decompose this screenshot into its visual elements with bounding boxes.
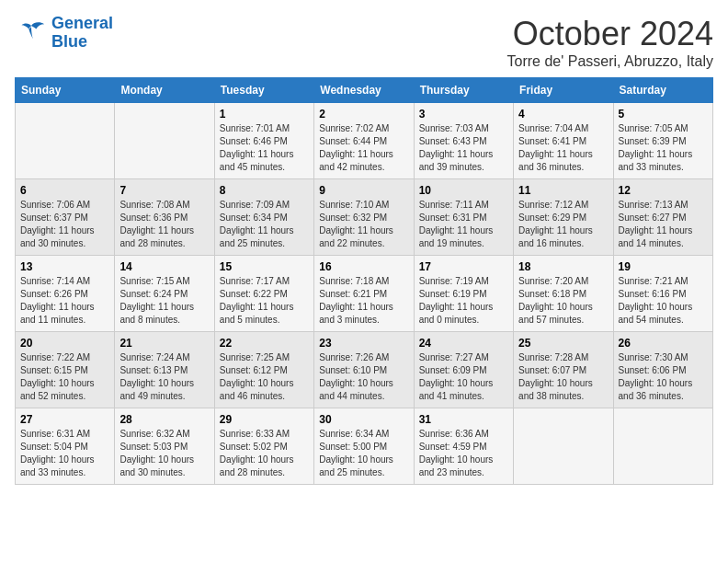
calendar-cell: 29Sunrise: 6:33 AMSunset: 5:02 PMDayligh… (214, 408, 313, 485)
day-header-saturday: Saturday (613, 78, 712, 103)
calendar-cell: 7Sunrise: 7:08 AMSunset: 6:36 PMDaylight… (115, 179, 214, 256)
calendar-cell: 24Sunrise: 7:27 AMSunset: 6:09 PMDayligh… (414, 332, 513, 408)
logo-line1: General (51, 14, 113, 32)
calendar-cell (613, 408, 712, 485)
day-number: 25 (518, 337, 608, 350)
calendar-week-row: 27Sunrise: 6:31 AMSunset: 5:04 PMDayligh… (16, 408, 713, 485)
calendar-cell: 14Sunrise: 7:15 AMSunset: 6:24 PMDayligh… (115, 256, 214, 332)
day-info: Sunrise: 6:31 AMSunset: 5:04 PMDaylight:… (20, 429, 95, 477)
day-info: Sunrise: 7:06 AMSunset: 6:37 PMDaylight:… (20, 200, 95, 248)
day-info: Sunrise: 6:33 AMSunset: 5:02 PMDaylight:… (220, 429, 294, 477)
calendar-cell: 22Sunrise: 7:25 AMSunset: 6:12 PMDayligh… (214, 332, 313, 408)
day-number: 14 (119, 260, 209, 273)
calendar-cell: 31Sunrise: 6:36 AMSunset: 4:59 PMDayligh… (414, 408, 513, 485)
calendar-cell: 16Sunrise: 7:18 AMSunset: 6:21 PMDayligh… (314, 256, 414, 332)
day-info: Sunrise: 7:24 AMSunset: 6:13 PMDaylight:… (119, 352, 194, 401)
calendar-cell: 23Sunrise: 7:26 AMSunset: 6:10 PMDayligh… (314, 332, 414, 408)
calendar-cell: 1Sunrise: 7:01 AMSunset: 6:46 PMDaylight… (214, 103, 313, 179)
logo-line2: Blue (51, 32, 87, 51)
day-number: 10 (419, 184, 508, 197)
day-number: 1 (220, 108, 309, 121)
day-info: Sunrise: 7:03 AMSunset: 6:43 PMDaylight:… (419, 123, 494, 172)
day-number: 18 (518, 260, 608, 273)
day-header-thursday: Thursday (414, 78, 513, 103)
day-info: Sunrise: 7:02 AMSunset: 6:44 PMDaylight:… (319, 123, 393, 172)
calendar-cell: 17Sunrise: 7:19 AMSunset: 6:19 PMDayligh… (414, 256, 513, 332)
day-number: 24 (419, 337, 508, 350)
day-number: 30 (319, 413, 408, 426)
calendar-cell: 11Sunrise: 7:12 AMSunset: 6:29 PMDayligh… (514, 179, 613, 256)
location-title: Torre de' Passeri, Abruzzo, Italy (507, 53, 713, 70)
page-header: General Blue October 2024 Torre de' Pass… (15, 15, 713, 70)
day-info: Sunrise: 7:08 AMSunset: 6:36 PMDaylight:… (119, 200, 194, 248)
day-number: 22 (220, 337, 309, 350)
calendar-cell (16, 103, 115, 179)
day-number: 19 (619, 260, 708, 273)
calendar-cell: 10Sunrise: 7:11 AMSunset: 6:31 PMDayligh… (414, 179, 513, 256)
day-info: Sunrise: 7:18 AMSunset: 6:21 PMDaylight:… (319, 276, 393, 325)
calendar-week-row: 13Sunrise: 7:14 AMSunset: 6:26 PMDayligh… (16, 256, 713, 332)
calendar-cell: 18Sunrise: 7:20 AMSunset: 6:18 PMDayligh… (514, 256, 613, 332)
calendar-cell: 9Sunrise: 7:10 AMSunset: 6:32 PMDaylight… (314, 179, 414, 256)
day-number: 2 (319, 108, 408, 121)
calendar-week-row: 1Sunrise: 7:01 AMSunset: 6:46 PMDaylight… (16, 103, 713, 179)
day-header-wednesday: Wednesday (314, 78, 414, 103)
day-info: Sunrise: 7:25 AMSunset: 6:12 PMDaylight:… (220, 352, 294, 401)
day-number: 26 (619, 337, 708, 350)
day-info: Sunrise: 7:28 AMSunset: 6:07 PMDaylight:… (518, 352, 593, 401)
day-header-monday: Monday (115, 78, 214, 103)
day-info: Sunrise: 7:01 AMSunset: 6:46 PMDaylight:… (220, 123, 294, 172)
day-number: 5 (619, 108, 708, 121)
day-info: Sunrise: 7:11 AMSunset: 6:31 PMDaylight:… (419, 200, 494, 248)
day-header-sunday: Sunday (16, 78, 115, 103)
day-info: Sunrise: 6:32 AMSunset: 5:03 PMDaylight:… (119, 429, 194, 477)
day-number: 13 (20, 260, 109, 273)
day-number: 21 (119, 337, 209, 350)
calendar-week-row: 6Sunrise: 7:06 AMSunset: 6:37 PMDaylight… (16, 179, 713, 256)
day-number: 23 (319, 337, 408, 350)
month-title: October 2024 (507, 15, 713, 53)
calendar-cell: 4Sunrise: 7:04 AMSunset: 6:41 PMDaylight… (514, 103, 613, 179)
day-header-tuesday: Tuesday (214, 78, 313, 103)
day-number: 8 (220, 184, 309, 197)
calendar-cell: 26Sunrise: 7:30 AMSunset: 6:06 PMDayligh… (613, 332, 712, 408)
logo-text: General Blue (51, 15, 113, 52)
day-info: Sunrise: 7:04 AMSunset: 6:41 PMDaylight:… (518, 123, 593, 172)
day-info: Sunrise: 7:10 AMSunset: 6:32 PMDaylight:… (319, 200, 393, 248)
day-info: Sunrise: 7:14 AMSunset: 6:26 PMDaylight:… (20, 276, 95, 325)
day-number: 12 (619, 184, 708, 197)
calendar-cell: 3Sunrise: 7:03 AMSunset: 6:43 PMDaylight… (414, 103, 513, 179)
day-number: 27 (20, 413, 109, 426)
day-number: 6 (20, 184, 109, 197)
calendar-cell (115, 103, 214, 179)
day-info: Sunrise: 7:15 AMSunset: 6:24 PMDaylight:… (119, 276, 194, 325)
day-header-friday: Friday (514, 78, 613, 103)
day-info: Sunrise: 7:22 AMSunset: 6:15 PMDaylight:… (20, 352, 95, 401)
calendar-table: SundayMondayTuesdayWednesdayThursdayFrid… (15, 77, 713, 485)
day-number: 15 (220, 260, 309, 273)
day-number: 16 (319, 260, 408, 273)
day-info: Sunrise: 7:21 AMSunset: 6:16 PMDaylight:… (619, 276, 693, 325)
calendar-cell: 15Sunrise: 7:17 AMSunset: 6:22 PMDayligh… (214, 256, 313, 332)
logo: General Blue (15, 15, 113, 52)
day-info: Sunrise: 7:26 AMSunset: 6:10 PMDaylight:… (319, 352, 393, 401)
day-info: Sunrise: 7:05 AMSunset: 6:39 PMDaylight:… (619, 123, 693, 172)
title-block: October 2024 Torre de' Passeri, Abruzzo,… (507, 15, 713, 70)
day-number: 11 (518, 184, 608, 197)
day-info: Sunrise: 6:34 AMSunset: 5:00 PMDaylight:… (319, 429, 393, 477)
calendar-cell: 27Sunrise: 6:31 AMSunset: 5:04 PMDayligh… (16, 408, 115, 485)
calendar-cell: 12Sunrise: 7:13 AMSunset: 6:27 PMDayligh… (613, 179, 712, 256)
day-number: 20 (20, 337, 109, 350)
calendar-week-row: 20Sunrise: 7:22 AMSunset: 6:15 PMDayligh… (16, 332, 713, 408)
day-number: 28 (119, 413, 209, 426)
calendar-header-row: SundayMondayTuesdayWednesdayThursdayFrid… (16, 78, 713, 103)
day-info: Sunrise: 7:20 AMSunset: 6:18 PMDaylight:… (518, 276, 593, 325)
calendar-cell: 8Sunrise: 7:09 AMSunset: 6:34 PMDaylight… (214, 179, 313, 256)
day-number: 29 (220, 413, 309, 426)
day-number: 7 (119, 184, 209, 197)
day-info: Sunrise: 7:09 AMSunset: 6:34 PMDaylight:… (220, 200, 294, 248)
day-info: Sunrise: 7:17 AMSunset: 6:22 PMDaylight:… (220, 276, 294, 325)
day-number: 3 (419, 108, 508, 121)
calendar-cell: 6Sunrise: 7:06 AMSunset: 6:37 PMDaylight… (16, 179, 115, 256)
day-info: Sunrise: 7:13 AMSunset: 6:27 PMDaylight:… (619, 200, 693, 248)
